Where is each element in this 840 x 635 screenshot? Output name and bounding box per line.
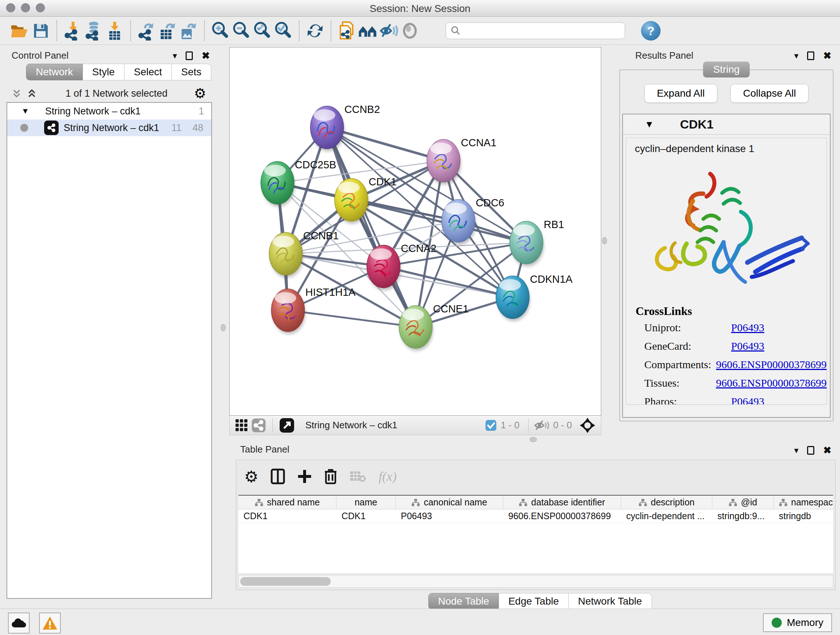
- column-header-canonical-name[interactable]: canonical name: [396, 496, 503, 509]
- show-graphics-details-button[interactable]: [399, 20, 420, 42]
- column-type-icon: [255, 498, 264, 507]
- column-header-label: canonical name: [424, 497, 487, 508]
- tab-style[interactable]: Style: [83, 64, 125, 80]
- network-options-gear-icon[interactable]: ⚙: [194, 86, 206, 101]
- show-columns-icon[interactable]: [271, 469, 285, 485]
- clone-network-button[interactable]: [336, 20, 357, 42]
- tab-node-table[interactable]: Node Table: [428, 593, 499, 610]
- hide-graphics-details-button[interactable]: [378, 20, 399, 42]
- crosslink-link[interactable]: 9606.ENSP00000378699: [716, 358, 827, 371]
- table-cell[interactable]: 9606.ENSP00000378699: [503, 509, 621, 523]
- splitter-handle[interactable]: [530, 437, 537, 442]
- string-style-button[interactable]: [250, 417, 267, 434]
- save-session-button[interactable]: [30, 20, 51, 42]
- table-cell[interactable]: stringdb: [774, 509, 833, 523]
- network-node-HIST1H1A[interactable]: HIST1H1A: [271, 287, 355, 334]
- cloud-status-button[interactable]: [8, 613, 30, 633]
- tab-sets[interactable]: Sets: [172, 64, 211, 80]
- search-input[interactable]: [461, 24, 621, 38]
- hidden-count: 0 - 0: [553, 420, 572, 431]
- zoom-fit-button[interactable]: [252, 20, 273, 42]
- tab-select[interactable]: Select: [125, 64, 172, 80]
- column-header--id[interactable]: @id: [712, 496, 774, 509]
- network-node-CDC6[interactable]: CDC6: [442, 197, 504, 245]
- node-label: CCNA1: [461, 137, 496, 149]
- panel-menu-icon[interactable]: ▾: [172, 51, 177, 61]
- hidden-items-eye-icon[interactable]: [534, 419, 549, 432]
- scrollbar-thumb[interactable]: [240, 577, 331, 586]
- network-node-CCNB1[interactable]: CCNB1: [269, 230, 339, 278]
- table-cell[interactable]: CDK1: [336, 509, 396, 523]
- zoom-selected-button[interactable]: [273, 20, 294, 42]
- protein-section-header[interactable]: ▼ CDK1: [623, 114, 830, 135]
- panel-float-icon[interactable]: [186, 51, 193, 60]
- table-cell[interactable]: stringdb:9...: [712, 509, 774, 523]
- export-image-button[interactable]: [178, 20, 199, 42]
- zoom-in-button[interactable]: [210, 20, 231, 42]
- open-session-button[interactable]: [9, 20, 30, 42]
- table-options-gear-icon[interactable]: ⚙: [244, 467, 258, 486]
- tab-network-table[interactable]: Network Table: [569, 593, 652, 610]
- section-collapse-icon[interactable]: ▼: [645, 119, 654, 130]
- import-table-button[interactable]: [104, 20, 125, 42]
- crosslink-row: Uniprot:P06493: [644, 321, 827, 334]
- column-header-namespac[interactable]: namespac: [774, 496, 833, 509]
- table-cell[interactable]: P06493: [396, 509, 503, 523]
- panel-menu-icon[interactable]: ▾: [794, 51, 798, 61]
- crosslink-link[interactable]: 9606.ENSP00000378699: [716, 377, 827, 389]
- column-header-label: shared name: [267, 497, 320, 508]
- import-network-button[interactable]: [62, 20, 83, 42]
- selected-nodes-checkbox-icon[interactable]: [485, 419, 497, 432]
- network-canvas[interactable]: CCNB2CCNA1CDC25BCDK1CDC6RB1CCNB1CCNA2CDK…: [229, 47, 601, 416]
- warnings-button[interactable]: [39, 613, 61, 633]
- network-edge-HIST1H1A-CCNE1[interactable]: [288, 310, 416, 327]
- table-cell[interactable]: CDK1: [238, 509, 336, 523]
- collapse-all-icon[interactable]: [11, 88, 24, 99]
- panel-float-icon[interactable]: [807, 51, 814, 60]
- splitter-handle[interactable]: [221, 324, 226, 331]
- fit-selected-button[interactable]: [578, 416, 597, 435]
- tab-string[interactable]: String: [703, 62, 750, 78]
- refresh-button[interactable]: [305, 20, 325, 42]
- table-cell[interactable]: cyclin-dependent ...: [621, 509, 712, 523]
- network-node-RB1[interactable]: RB1: [510, 219, 564, 266]
- splitter-handle[interactable]: [602, 237, 607, 244]
- help-button[interactable]: ?: [641, 21, 660, 41]
- crosslink-link[interactable]: P06493: [731, 395, 764, 405]
- column-header-shared-name[interactable]: shared name: [238, 496, 336, 509]
- export-network-button[interactable]: [136, 20, 157, 42]
- network-node-CDK1[interactable]: CDK1: [335, 176, 396, 224]
- export-table-button[interactable]: [157, 20, 178, 42]
- add-column-icon[interactable]: [297, 469, 312, 485]
- column-header-database-identifier[interactable]: database identifier: [503, 496, 621, 509]
- birds-eye-view-button[interactable]: [357, 20, 378, 42]
- expand-all-icon[interactable]: [27, 88, 39, 99]
- crosslink-label: Compartments:: [644, 358, 716, 371]
- panel-close-icon[interactable]: ✖: [202, 50, 210, 62]
- import-network-from-database-button[interactable]: [83, 20, 104, 42]
- panel-close-icon[interactable]: ✖: [823, 445, 831, 456]
- zoom-out-button[interactable]: [231, 20, 252, 42]
- collection-expand-icon[interactable]: ▼: [21, 106, 29, 116]
- table-row[interactable]: CDK1CDK1P064939606.ENSP00000378699cyclin…: [238, 509, 833, 523]
- network-node-CDKN1A[interactable]: CDKN1A: [496, 273, 573, 321]
- panel-menu-icon[interactable]: ▾: [794, 445, 798, 455]
- grid-view-button[interactable]: [233, 417, 250, 434]
- tab-network[interactable]: Network: [26, 64, 83, 80]
- panel-float-icon[interactable]: [807, 446, 814, 455]
- crosslink-link[interactable]: P06493: [731, 340, 764, 352]
- panel-close-icon[interactable]: ✖: [823, 50, 831, 62]
- column-header-name[interactable]: name: [336, 496, 396, 509]
- network-row[interactable]: String Network – cdk1 11 48: [7, 119, 211, 136]
- tab-edge-table[interactable]: Edge Table: [499, 593, 569, 610]
- memory-button[interactable]: Memory: [763, 613, 832, 632]
- network-node-CCNE1[interactable]: CCNE1: [399, 303, 469, 351]
- collapse-all-button[interactable]: Collapse All: [730, 84, 808, 103]
- column-header-description[interactable]: description: [621, 496, 712, 509]
- expand-all-button[interactable]: Expand All: [644, 84, 717, 103]
- open-in-browser-button[interactable]: [278, 416, 296, 434]
- delete-column-trash-icon[interactable]: [324, 468, 337, 485]
- network-collection-row[interactable]: ▼ String Network – cdk1 1: [7, 103, 211, 119]
- table-horizontal-scrollbar[interactable]: [238, 575, 833, 587]
- crosslink-link[interactable]: P06493: [731, 321, 764, 334]
